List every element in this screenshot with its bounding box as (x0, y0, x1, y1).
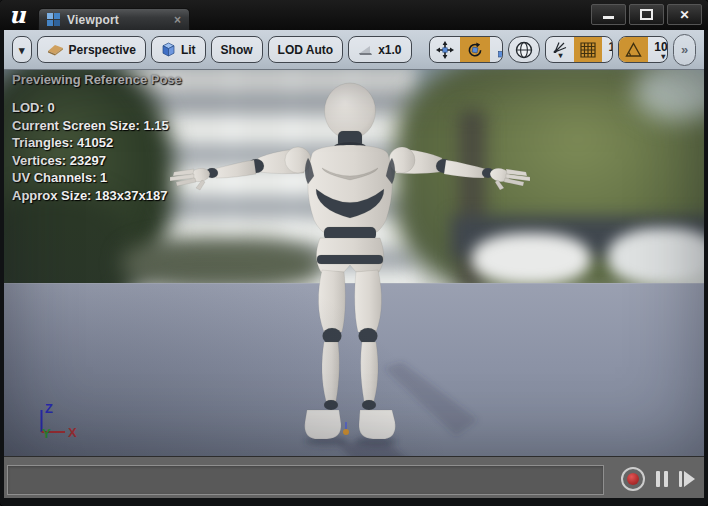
grid-icon (580, 42, 596, 58)
lit-cube-icon (161, 42, 176, 57)
translate-icon (436, 41, 454, 59)
record-icon (627, 473, 639, 485)
rotation-snap-group: 10° ▾ (618, 36, 668, 63)
chevron-down-icon: ▾ (558, 53, 562, 59)
chevron-down-icon: ▾ (19, 47, 25, 53)
chevrons-right-icon: » (681, 42, 688, 57)
tab-viewport[interactable]: Viewport × (38, 8, 190, 30)
step-forward-button[interactable] (679, 471, 695, 487)
globe-icon (515, 41, 533, 59)
lit-mode-button[interactable]: Lit (151, 36, 206, 63)
timeline-scrubber[interactable] (7, 465, 604, 495)
transport-controls (621, 465, 695, 493)
viewport-toolbar: ▾ Perspective Lit Show LOD Auto (4, 30, 704, 70)
show-menu-button[interactable]: Show (211, 36, 263, 63)
grid-snap-value-dropdown[interactable]: 10 ▾ (602, 37, 613, 62)
rotate-icon (466, 41, 484, 59)
viewport-3d-area[interactable]: Previewing Reference Pose LOD: 0 Current… (4, 70, 704, 456)
viewport-tab-icon (47, 13, 60, 26)
close-button[interactable]: ✕ (667, 4, 702, 25)
grid-snap-value: 10 (608, 40, 613, 54)
camera-speed-button[interactable]: x1.0 (348, 36, 411, 63)
maximize-button[interactable] (629, 4, 664, 25)
tab-label: Viewport (67, 13, 167, 27)
lit-label: Lit (181, 43, 196, 57)
surface-snap-button[interactable]: ▾ (546, 37, 574, 62)
minimize-icon (603, 16, 614, 19)
angle-snap-icon (625, 42, 642, 58)
viewport-options-dropdown[interactable]: ▾ (12, 36, 32, 63)
record-button[interactable] (621, 467, 645, 491)
chevron-down-icon: ▾ (661, 54, 665, 60)
grid-snap-toggle[interactable] (574, 37, 602, 62)
minimize-button[interactable] (591, 4, 626, 25)
tab-close-icon[interactable]: × (174, 13, 181, 27)
rotation-snap-toggle[interactable] (619, 37, 648, 62)
perspective-icon (47, 43, 64, 56)
perspective-button[interactable]: Perspective (37, 36, 146, 63)
title-bar[interactable]: u Viewport × ✕ (0, 0, 708, 30)
scale-tool-button[interactable] (490, 37, 504, 62)
rotation-snap-value-dropdown[interactable]: 10° ▾ (648, 37, 668, 62)
unreal-engine-logo-icon: u (9, 0, 26, 30)
show-label: Show (221, 43, 253, 57)
perspective-label: Perspective (69, 43, 136, 57)
lod-label: LOD Auto (278, 43, 334, 57)
translate-tool-button[interactable] (430, 37, 460, 62)
scale-icon (496, 41, 504, 59)
step-forward-icon (679, 471, 682, 487)
animation-bar (4, 456, 704, 498)
camera-speed-label: x1.0 (378, 43, 401, 57)
pause-icon (664, 471, 668, 487)
maximize-icon (640, 9, 653, 20)
world-coordinate-button[interactable] (508, 36, 540, 63)
camera-speed-icon (358, 44, 373, 56)
origin-marker (343, 422, 349, 435)
play-triangle-icon (684, 471, 695, 487)
rotate-tool-button[interactable] (460, 37, 490, 62)
window-controls: ✕ (591, 4, 702, 25)
pause-button[interactable] (656, 471, 668, 487)
transform-tools-group (429, 36, 504, 63)
pause-icon (656, 471, 660, 487)
close-icon: ✕ (679, 9, 689, 21)
toolbar-overflow-button[interactable]: » (673, 34, 696, 66)
lod-auto-button[interactable]: LOD Auto (268, 36, 344, 63)
mannequin-figure (4, 70, 704, 456)
unreal-viewport-window: u Viewport × ✕ ▾ Perspective (0, 0, 708, 506)
grid-snap-group: ▾ 10 ▾ (545, 36, 613, 63)
